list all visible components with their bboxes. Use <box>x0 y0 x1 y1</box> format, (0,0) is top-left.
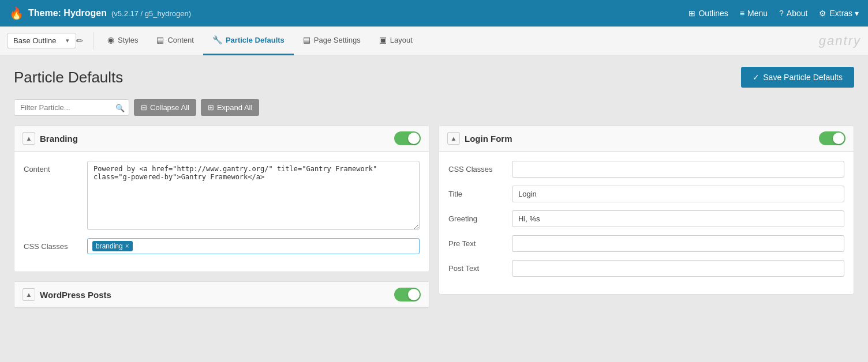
login-title-label: Title <box>448 186 512 198</box>
login-post-text-input[interactable] <box>512 260 844 277</box>
branding-panel-header: ▲ Branding <box>14 126 429 152</box>
panels-row: ▲ Branding Content Powered by <a href="h… <box>14 125 854 308</box>
wordpress-posts-panel: ▲ WordPress Posts <box>14 281 429 308</box>
collapse-all-button[interactable]: ⊟ Collapse All <box>134 99 196 116</box>
top-nav-actions: ⊞ Outlines ≡ Menu ? About ⚙ Extras ▾ <box>689 9 859 18</box>
tab-particle-defaults[interactable]: 🔧 Particle Defaults <box>203 27 294 55</box>
outlines-icon: ⊞ <box>689 9 695 18</box>
filter-bar: 🔍 ⊟ Collapse All ⊞ Expand All <box>14 99 854 116</box>
login-pre-text-input[interactable] <box>512 235 844 252</box>
login-form-toggle[interactable] <box>819 131 845 145</box>
edit-outline-button[interactable]: ✏ <box>72 32 88 50</box>
outline-select[interactable]: Base Outline <box>7 33 76 48</box>
brand: 🔥 Theme: Hydrogen (v5.2.17 / g5_hydrogen… <box>9 6 191 20</box>
login-css-classes-label: CSS Classes <box>448 161 512 174</box>
login-css-classes-input[interactable] <box>512 161 844 178</box>
branding-collapse-button[interactable]: ▲ <box>23 132 35 145</box>
tab-layout[interactable]: ▣ Layout <box>370 27 422 55</box>
gantry-logo: gantry <box>819 33 861 48</box>
login-form-panel: ▲ Login Form CSS Classes Title <box>439 125 854 295</box>
branding-tag: branding × <box>92 241 133 251</box>
edit-icon: ✏ <box>76 36 84 46</box>
right-column: ▲ Login Form CSS Classes Title <box>439 125 854 308</box>
login-pre-text-label: Pre Text <box>448 235 512 248</box>
tab-particle-defaults-label: Particle Defaults <box>226 36 285 44</box>
tab-page-settings[interactable]: ▤ Page Settings <box>294 27 370 55</box>
login-form-toggle-thumb <box>833 133 844 144</box>
extras-icon: ⚙ <box>819 9 826 18</box>
layout-icon: ▣ <box>379 35 387 44</box>
branding-tag-label: branding <box>96 242 123 250</box>
tab-styles-label: Styles <box>118 36 138 44</box>
outline-select-wrap: Base Outline ▾ <box>7 33 69 48</box>
branding-toggle[interactable] <box>394 131 421 145</box>
tab-layout-label: Layout <box>390 36 413 44</box>
extras-nav-item[interactable]: ⚙ Extras ▾ <box>819 9 859 18</box>
login-form-panel-body: CSS Classes Title Greeting Pre Text <box>439 152 854 294</box>
branding-panel-body: Content Powered by <a href="http://www.g… <box>14 152 429 272</box>
branding-content-row: Content Powered by <a href="http://www.g… <box>24 161 420 230</box>
flame-icon: 🔥 <box>9 6 24 20</box>
filter-input-wrap: 🔍 <box>14 99 129 116</box>
expand-all-button[interactable]: ⊞ Expand All <box>201 99 259 116</box>
outlines-nav-item[interactable]: ⊞ Outlines <box>689 9 728 18</box>
login-form-panel-title: Login Form <box>465 134 814 144</box>
filter-particle-input[interactable] <box>14 99 129 116</box>
login-form-toggle-track <box>819 131 845 145</box>
wordpress-posts-collapse-button[interactable]: ▲ <box>23 288 35 301</box>
login-css-classes-row: CSS Classes <box>448 161 844 178</box>
branding-toggle-thumb <box>408 133 420 144</box>
search-icon: 🔍 <box>115 103 125 112</box>
brand-title: Theme: Hydrogen <box>28 8 107 18</box>
tab-content-label: Content <box>167 36 194 44</box>
expand-all-label: Expand All <box>217 103 252 112</box>
branding-css-classes-label: CSS Classes <box>24 238 87 251</box>
login-greeting-input[interactable] <box>512 210 844 227</box>
branding-content-label: Content <box>24 161 87 174</box>
tab-styles[interactable]: ◉ Styles <box>98 27 147 55</box>
expand-all-icon: ⊞ <box>208 103 214 112</box>
login-post-text-row: Post Text <box>448 260 844 277</box>
page-settings-icon: ▤ <box>303 35 310 44</box>
menu-icon: ≡ <box>740 9 744 18</box>
page-title: Particle Defaults <box>14 69 123 86</box>
login-form-panel-header: ▲ Login Form <box>439 126 854 152</box>
login-greeting-label: Greeting <box>448 210 512 223</box>
branding-tag-remove[interactable]: × <box>125 242 129 250</box>
wordpress-posts-toggle-track <box>394 288 421 301</box>
particle-defaults-icon: 🔧 <box>212 35 222 44</box>
menu-label: Menu <box>747 9 768 18</box>
branding-panel-title: Branding <box>40 134 390 144</box>
about-label: About <box>787 9 808 18</box>
about-icon: ? <box>779 9 784 18</box>
toolbar-divider <box>93 32 93 50</box>
brand-version: (v5.2.17 / g5_hydrogen) <box>111 9 191 18</box>
left-column: ▲ Branding Content Powered by <a href="h… <box>14 125 429 308</box>
login-title-input[interactable] <box>512 186 844 202</box>
page-header: Particle Defaults ✓ Save Particle Defaul… <box>14 67 854 88</box>
collapse-all-icon: ⊟ <box>141 103 147 112</box>
toolbar-tabs: ◉ Styles ▤ Content 🔧 Particle Defaults ▤… <box>98 27 422 55</box>
login-form-collapse-button[interactable]: ▲ <box>447 132 460 145</box>
save-particle-defaults-button[interactable]: ✓ Save Particle Defaults <box>741 67 854 88</box>
branding-content-input[interactable]: Powered by <a href="http://www.gantry.or… <box>87 161 420 230</box>
tab-page-settings-label: Page Settings <box>314 36 361 44</box>
tab-content[interactable]: ▤ Content <box>147 27 203 55</box>
branding-panel: ▲ Branding Content Powered by <a href="h… <box>14 125 429 272</box>
branding-toggle-track <box>394 131 421 145</box>
content-icon: ▤ <box>156 35 164 44</box>
save-checkmark-icon: ✓ <box>753 73 760 82</box>
login-post-text-label: Post Text <box>448 260 512 273</box>
login-title-row: Title <box>448 186 844 202</box>
toolbar: Base Outline ▾ ✏ ◉ Styles ▤ Content 🔧 Pa… <box>0 27 868 55</box>
login-pre-text-row: Pre Text <box>448 235 844 252</box>
styles-icon: ◉ <box>107 35 114 44</box>
branding-css-classes-input[interactable]: branding × <box>87 238 420 254</box>
wordpress-posts-toggle[interactable] <box>394 288 421 301</box>
wordpress-posts-panel-title: WordPress Posts <box>40 290 390 300</box>
save-button-label: Save Particle Defaults <box>763 73 843 82</box>
branding-css-classes-row: CSS Classes branding × <box>24 238 420 254</box>
about-nav-item[interactable]: ? About <box>779 9 807 18</box>
top-navigation: 🔥 Theme: Hydrogen (v5.2.17 / g5_hydrogen… <box>0 0 868 27</box>
menu-nav-item[interactable]: ≡ Menu <box>740 9 768 18</box>
